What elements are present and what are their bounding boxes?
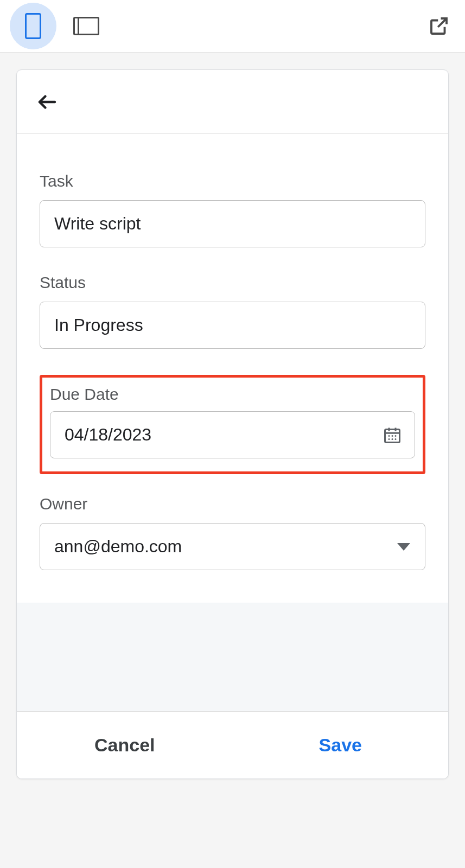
cancel-button[interactable]: Cancel [17,712,233,778]
task-input[interactable] [40,200,425,247]
card-header [17,70,448,134]
owner-field-group: Owner [40,495,425,570]
back-button[interactable] [34,89,60,115]
footer-gap [17,603,448,711]
due-date-input-wrap [50,411,415,458]
open-external-button[interactable] [423,10,455,42]
tablet-icon [73,17,99,35]
tablet-view-button[interactable] [67,7,105,45]
phone-icon [25,13,41,39]
owner-select-wrap [40,523,425,570]
task-field-group: Task [40,172,425,247]
form-body: Task Status Due Date [17,134,448,603]
open-external-icon [428,15,450,37]
due-date-label: Due Date [50,385,415,404]
save-button[interactable]: Save [233,712,449,778]
status-field-group: Status [40,273,425,349]
due-date-input[interactable] [50,411,415,458]
status-label: Status [40,273,425,292]
owner-select[interactable] [40,523,425,570]
form-card: Task Status Due Date [16,69,449,779]
card-footer: Cancel Save [17,711,448,778]
arrow-left-icon [36,91,59,113]
due-date-highlight: Due Date [40,375,425,474]
task-label: Task [40,172,425,190]
owner-label: Owner [40,495,425,513]
top-toolbar [0,0,465,53]
mobile-view-button[interactable] [10,3,56,49]
status-input[interactable] [40,302,425,349]
content-area: Task Status Due Date [0,53,465,779]
